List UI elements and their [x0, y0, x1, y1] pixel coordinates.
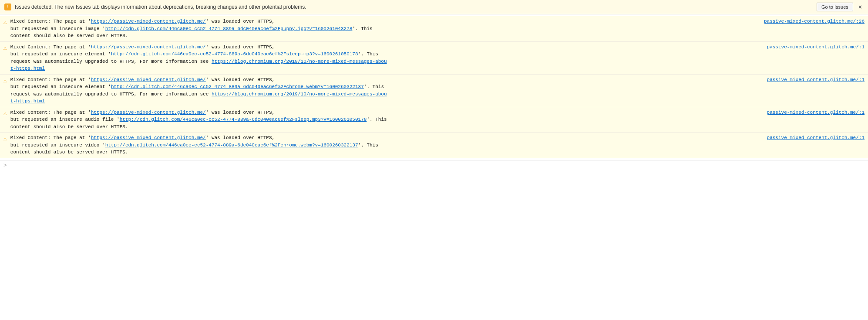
- msg-text-before: Mixed Content: The page at ': [10, 77, 91, 82]
- msg-line2: but requested an insecure element 'http:…: [10, 83, 865, 91]
- console-message: ⚠ Mixed Content: The page at 'https://pa…: [0, 42, 868, 75]
- msg-line3: content should also be served over HTTPS…: [10, 149, 865, 156]
- source-link[interactable]: passive-mixed-content.glitch.me/:1: [767, 76, 865, 84]
- msg-line3: request was automatically upgraded to HT…: [10, 58, 865, 65]
- issues-banner: ! Issues detected. The new Issues tab di…: [0, 0, 868, 14]
- msg-line2: but requested an insecure video 'http://…: [10, 142, 865, 149]
- message-text: Mixed Content: The page at 'https://pass…: [10, 44, 865, 72]
- issues-banner-text: Issues detected. The new Issues tab disp…: [15, 4, 813, 10]
- msg-text-before: Mixed Content: The page at ': [10, 19, 91, 24]
- source-link[interactable]: passive-mixed-content.glitch.me/:26: [764, 18, 865, 25]
- msg-line3: content should also be served over HTTPS…: [10, 32, 865, 40]
- console-message: ⚠ Mixed Content: The page at 'https://pa…: [0, 107, 868, 133]
- msg-line3: request was automatically upgraded to HT…: [10, 91, 865, 98]
- warning-icon: ⚠: [3, 135, 7, 143]
- page-url-link[interactable]: https://passive-mixed-content.glitch.me/: [91, 110, 206, 115]
- warning-icon: ⚠: [3, 77, 7, 85]
- resource-url-link[interactable]: http://cdn.glitch.com/446ca0ec-cc52-4774…: [105, 143, 358, 148]
- msg-text-after: ' was loaded over HTTPS,: [206, 19, 275, 24]
- blog-link[interactable]: https://blog.chromium.org/2019/10/no-mor…: [212, 59, 387, 64]
- msg-line2: but requested an insecure element 'http:…: [10, 51, 865, 58]
- blog-link-cont[interactable]: t-https.html: [10, 99, 45, 104]
- message-text: Mixed Content: The page at 'https://pass…: [10, 18, 865, 40]
- blog-link-cont[interactable]: t-https.html: [10, 66, 45, 71]
- message-text: Mixed Content: The page at 'https://pass…: [10, 76, 865, 105]
- go-to-issues-button[interactable]: Go to Issues: [817, 3, 853, 11]
- msg-text-after: ' was loaded over HTTPS,: [206, 135, 275, 140]
- console-message: ⚠ Mixed Content: The page at 'https://pa…: [0, 16, 868, 42]
- console-message: ⚠ Mixed Content: The page at 'https://pa…: [0, 75, 868, 107]
- resource-url-link[interactable]: http://cdn.glitch.com/446ca0ec-cc52-4774…: [111, 84, 364, 89]
- warning-icon: ⚠: [3, 109, 7, 118]
- resource-url-link[interactable]: http://cdn.glitch.com/446ca0ec-cc52-4774…: [120, 117, 367, 122]
- msg-text-after: ' was loaded over HTTPS,: [206, 110, 275, 115]
- message-text: Mixed Content: The page at 'https://pass…: [10, 109, 865, 131]
- blog-link[interactable]: https://blog.chromium.org/2019/10/no-mor…: [212, 92, 387, 97]
- console-bottom-bar: >: [0, 160, 868, 170]
- msg-text-after: ' was loaded over HTTPS,: [206, 44, 275, 50]
- msg-line2: but requested an insecure image 'http://…: [10, 25, 865, 33]
- warning-icon: ⚠: [3, 44, 7, 53]
- msg-text-after: ' was loaded over HTTPS,: [206, 77, 275, 82]
- resource-url-link[interactable]: http://cdn.glitch.com/446ca0ec-cc52-4774…: [111, 51, 358, 57]
- page-url-link[interactable]: https://passive-mixed-content.glitch.me/: [91, 44, 206, 50]
- source-link[interactable]: passive-mixed-content.glitch.me/:1: [767, 109, 865, 116]
- page-url-link[interactable]: https://passive-mixed-content.glitch.me/: [91, 19, 206, 24]
- console-area: ⚠ Mixed Content: The page at 'https://pa…: [0, 14, 868, 160]
- page-url-link[interactable]: https://passive-mixed-content.glitch.me/: [91, 77, 206, 82]
- close-banner-button[interactable]: ×: [857, 3, 864, 10]
- msg-line4: t-https.html: [10, 98, 865, 105]
- source-link[interactable]: passive-mixed-content.glitch.me/:1: [767, 44, 865, 51]
- msg-text-before: Mixed Content: The page at ': [10, 135, 91, 140]
- warning-icon: ⚠: [3, 18, 7, 27]
- msg-line4: t-https.html: [10, 65, 865, 72]
- msg-text-before: Mixed Content: The page at ': [10, 110, 91, 115]
- console-prompt: >: [3, 162, 7, 169]
- msg-line3: content should also be served over HTTPS…: [10, 123, 865, 131]
- resource-url-link[interactable]: http://cdn.glitch.com/446ca0ec-cc52-4774…: [105, 26, 353, 31]
- message-text: Mixed Content: The page at 'https://pass…: [10, 134, 865, 156]
- console-message: ⚠ Mixed Content: The page at 'https://pa…: [0, 133, 868, 158]
- warning-banner-icon: !: [4, 3, 11, 10]
- source-link[interactable]: passive-mixed-content.glitch.me/:1: [767, 134, 865, 142]
- page-url-link[interactable]: https://passive-mixed-content.glitch.me/: [91, 135, 206, 140]
- msg-line2: but requested an insecure audio file 'ht…: [10, 116, 865, 123]
- msg-text-before: Mixed Content: The page at ': [10, 44, 91, 50]
